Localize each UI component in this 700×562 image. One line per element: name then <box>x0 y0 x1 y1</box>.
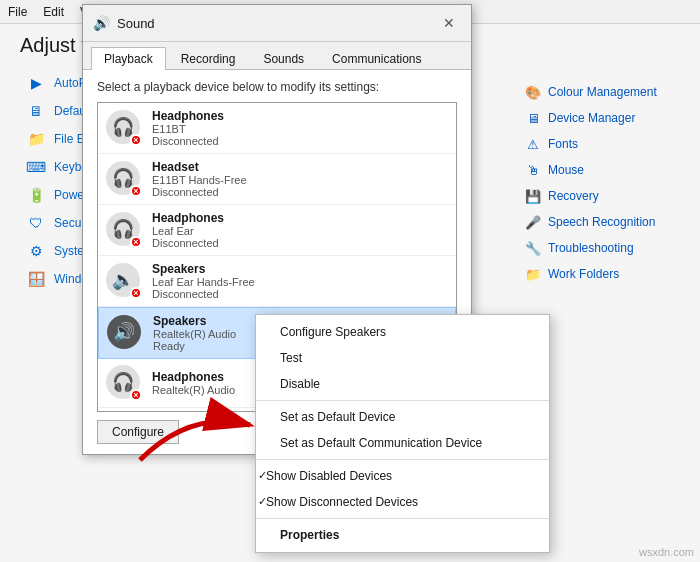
configure-button[interactable]: Configure <box>97 420 179 444</box>
disconnected-dot-6 <box>130 389 142 401</box>
disconnected-dot-3 <box>130 236 142 248</box>
device-sub-4: Leaf Ear Hands-Free <box>152 276 448 288</box>
ctx-properties[interactable]: Properties <box>256 522 549 548</box>
tab-sounds[interactable]: Sounds <box>250 47 317 70</box>
device-manager-item[interactable]: 🖥 Device Manager <box>520 106 680 130</box>
device-status-1: Disconnected <box>152 135 448 147</box>
ctx-configure-speakers[interactable]: Configure Speakers <box>256 319 549 345</box>
device-sub-3: Leaf Ear <box>152 225 448 237</box>
device-sub-1: E11BT <box>152 123 448 135</box>
default-icon: 🖥 <box>26 101 46 121</box>
mouse-icon: 🖱 <box>524 161 542 179</box>
recovery-icon: 💾 <box>524 187 542 205</box>
device-status-4: Disconnected <box>152 288 448 300</box>
device-item-headphones-e11bt[interactable]: 🎧 Headphones E11BT Disconnected <box>98 103 456 154</box>
ctx-show-disconnected[interactable]: Show Disconnected Devices <box>256 489 549 515</box>
dialog-description: Select a playback device below to modify… <box>97 80 457 94</box>
context-menu: Configure Speakers Test Disable Set as D… <box>255 314 550 553</box>
ctx-test[interactable]: Test <box>256 345 549 371</box>
fileexp-icon: 📁 <box>26 129 46 149</box>
ctx-disable[interactable]: Disable <box>256 371 549 397</box>
mouse-item[interactable]: 🖱 Mouse <box>520 158 680 182</box>
security-icon: 🛡 <box>26 213 46 233</box>
ctx-separator-1 <box>256 400 549 401</box>
troubleshoot-icon: 🔧 <box>524 239 542 257</box>
system-icon: ⚙ <box>26 241 46 261</box>
speaker-icon-5: 🔊 <box>107 315 141 349</box>
device-item-headphones-leaf[interactable]: 🎧 Headphones Leaf Ear Disconnected <box>98 205 456 256</box>
work-folders-icon: 📁 <box>524 265 542 283</box>
dialog-title: Sound <box>117 16 155 31</box>
disconnected-dot-4 <box>130 287 142 299</box>
recovery-item[interactable]: 💾 Recovery <box>520 184 680 208</box>
fonts-item[interactable]: ⚠ Fonts <box>520 132 680 156</box>
fonts-icon: ⚠ <box>524 135 542 153</box>
windows-icon: 🪟 <box>26 269 46 289</box>
device-name-1: Headphones <box>152 109 448 123</box>
device-item-speakers-leaf[interactable]: 🔈 Speakers Leaf Ear Hands-Free Disconnec… <box>98 256 456 307</box>
watermark: wsxdn.com <box>639 546 694 558</box>
device-name-4: Speakers <box>152 262 448 276</box>
ctx-set-default[interactable]: Set as Default Device <box>256 404 549 430</box>
power-icon: 🔋 <box>26 185 46 205</box>
device-status-3: Disconnected <box>152 237 448 249</box>
troubleshooting-item[interactable]: 🔧 Troubleshooting <box>520 236 680 260</box>
colour-mgmt-icon: 🎨 <box>524 83 542 101</box>
ctx-set-default-comm[interactable]: Set as Default Communication Device <box>256 430 549 456</box>
tab-communications[interactable]: Communications <box>319 47 434 70</box>
disconnected-dot-2 <box>130 185 142 197</box>
work-folders-item[interactable]: 📁 Work Folders <box>520 262 680 286</box>
device-name-2: Headset <box>152 160 448 174</box>
device-status-2: Disconnected <box>152 186 448 198</box>
menu-file[interactable]: File <box>8 5 27 19</box>
device-sub-2: E11BT Hands-Free <box>152 174 448 186</box>
device-item-headset-e11bt[interactable]: 🎧 Headset E11BT Hands-Free Disconnected <box>98 154 456 205</box>
ctx-show-disabled[interactable]: Show Disabled Devices <box>256 463 549 489</box>
tab-recording[interactable]: Recording <box>168 47 249 70</box>
colour-management-item[interactable]: 🎨 Colour Management <box>520 80 680 104</box>
menu-edit[interactable]: Edit <box>43 5 64 19</box>
dialog-tabs: Playback Recording Sounds Communications <box>83 42 471 70</box>
ctx-separator-2 <box>256 459 549 460</box>
device-mgr-icon: 🖥 <box>524 109 542 127</box>
tab-playback[interactable]: Playback <box>91 47 166 70</box>
autoplay-icon: ▶ <box>26 73 46 93</box>
sound-dialog-icon: 🔊 <box>93 15 109 31</box>
speech-recognition-item[interactable]: 🎤 Speech Recognition <box>520 210 680 234</box>
ctx-separator-3 <box>256 518 549 519</box>
disconnected-dot-1 <box>130 134 142 146</box>
right-panel: 🎨 Colour Management 🖥 Device Manager ⚠ F… <box>520 80 680 288</box>
dialog-titlebar: 🔊 Sound ✕ <box>83 5 471 42</box>
device-name-3: Headphones <box>152 211 448 225</box>
speech-icon: 🎤 <box>524 213 542 231</box>
keyboard-icon: ⌨ <box>26 157 46 177</box>
close-button[interactable]: ✕ <box>437 11 461 35</box>
